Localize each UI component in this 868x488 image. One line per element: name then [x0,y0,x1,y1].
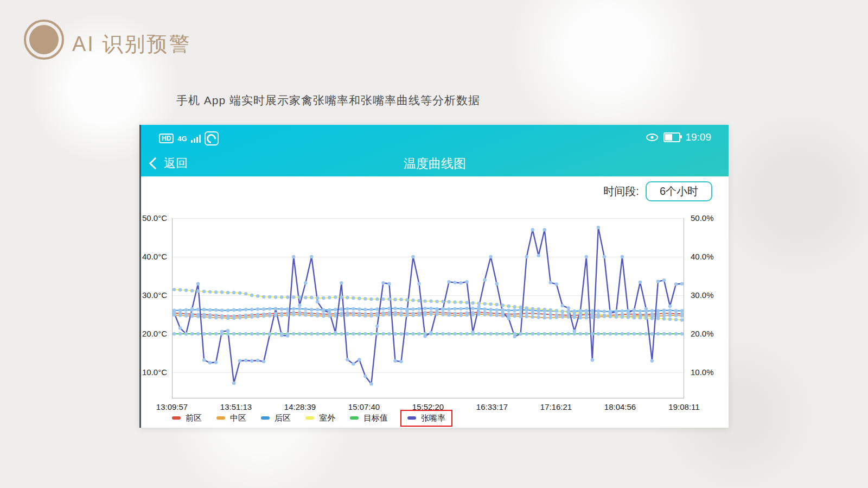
y-left-tick: 40.0°C [142,252,167,261]
status-time: 19:09 [685,131,711,143]
legend-swatch-icon [216,416,225,420]
y-axis-left-labels: 50.0°C40.0°C30.0°C20.0°C10.0°C [141,218,169,398]
legend-swatch-icon [172,416,181,420]
network-4g-label: 4G [177,135,187,142]
y-left-tick: 50.0°C [142,213,167,223]
legend-item-前区[interactable]: 前区 [172,413,202,423]
page-title: 温度曲线图 [141,155,729,172]
legend-swatch-icon [261,416,270,420]
legend-label: 张嘴率 [421,413,445,423]
legend-label: 中区 [230,413,246,423]
y-right-tick: 20.0% [691,329,714,338]
legend-item-室外[interactable]: 室外 [305,413,335,423]
legend-label: 室外 [319,413,335,423]
chart-plot [172,218,684,398]
time-period-row: 时间段: 6个小时 [603,181,712,201]
x-axis-tick: 19:08:11 [668,402,699,411]
signal-bars-icon [191,135,201,143]
x-axis-tick: 17:16:21 [540,402,572,411]
y-right-tick: 10.0% [691,367,714,377]
y-right-tick: 30.0% [691,290,714,300]
legend-item-张嘴率[interactable]: 张嘴率 [400,410,452,427]
slide-title: AI 识别预警 [72,30,191,58]
legend-swatch-icon [407,416,416,420]
x-axis-tick: 16:33:17 [476,402,508,411]
y-right-tick: 50.0% [691,213,714,223]
eye-icon [646,133,659,142]
status-left-icons: HD 4G [159,131,219,145]
legend-label: 后区 [275,413,291,423]
nav-bar: 返回 温度曲线图 [141,153,729,175]
legend-label: 目标值 [363,413,388,423]
x-axis-tick: 18:04:56 [604,402,636,411]
status-right-icons: 19:09 [646,131,711,143]
logo-circle-icon [29,25,59,54]
app-swirl-icon [205,131,219,145]
y-axis-right-labels: 50.0%40.0%30.0%20.0%10.0% [691,218,723,398]
y-right-tick: 40.0% [691,252,714,261]
y-left-tick: 10.0°C [142,367,167,377]
battery-icon [663,132,680,142]
status-bar: HD 4G 19:09 [141,131,729,145]
slide-caption: 手机 App 端实时展示家禽张嘴率和张嘴率曲线等分析数据 [176,93,480,108]
legend-swatch-icon [305,416,314,420]
y-left-tick: 30.0°C [142,290,167,300]
company-logo [24,20,64,60]
y-left-tick: 20.0°C [142,329,167,338]
legend-label: 前区 [186,413,202,423]
legend-swatch-icon [350,416,359,420]
hd-icon: HD [159,134,174,143]
phone-screenshot-panel: HD 4G 19:09 返回 [139,125,729,428]
time-period-select[interactable]: 6个小时 [646,181,712,201]
chart-legend: 前区中区后区室外目标值张嘴率 [172,409,450,427]
time-period-label: 时间段: [603,184,639,199]
phone-header: HD 4G 19:09 返回 [141,125,729,176]
legend-item-后区[interactable]: 后区 [261,413,291,423]
legend-item-中区[interactable]: 中区 [216,413,246,423]
legend-item-目标值[interactable]: 目标值 [350,413,388,423]
